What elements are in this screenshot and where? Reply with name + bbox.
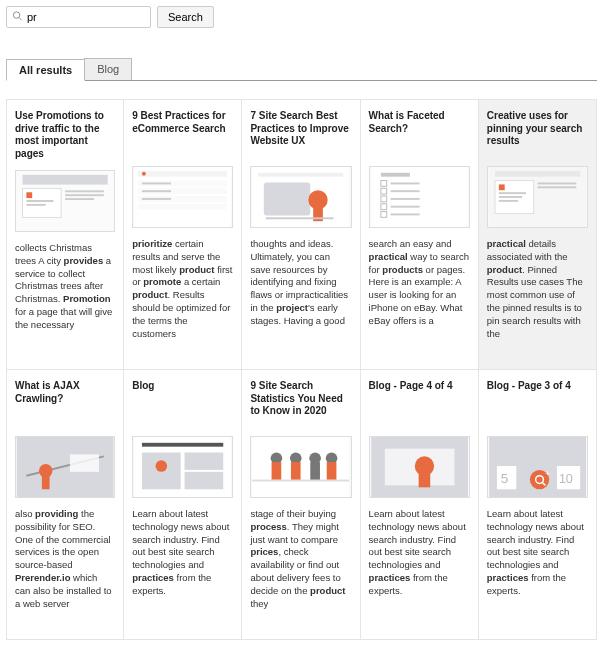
result-snippet: practical details associated with the pr… (487, 238, 588, 341)
svg-rect-47 (537, 186, 576, 188)
svg-rect-60 (253, 480, 350, 482)
svg-point-24 (309, 190, 328, 209)
tab-blog[interactable]: Blog (84, 58, 132, 80)
result-card[interactable]: 9 Best Practices for eCommerce Searchpri… (124, 100, 242, 370)
svg-rect-28 (380, 173, 409, 177)
result-title: 7 Site Search Best Practices to Improve … (250, 110, 351, 156)
svg-rect-8 (65, 190, 104, 192)
result-snippet: search an easy and practical way to sear… (369, 238, 470, 328)
result-title: 9 Best Practices for eCommerce Search (132, 110, 233, 156)
svg-text:+: + (545, 469, 550, 478)
search-button[interactable]: Search (157, 6, 214, 28)
svg-rect-9 (65, 194, 104, 196)
svg-rect-51 (42, 476, 50, 490)
svg-rect-43 (499, 192, 526, 194)
svg-rect-29 (380, 181, 386, 187)
svg-rect-62 (272, 462, 282, 479)
svg-rect-44 (499, 196, 522, 198)
svg-rect-31 (380, 188, 386, 194)
result-snippet: Learn about latest technology news about… (369, 508, 470, 598)
result-snippet: collects Christmas trees A city provides… (15, 242, 115, 332)
result-snippet: Learn about latest technology news about… (132, 508, 233, 598)
svg-rect-20 (142, 198, 171, 200)
svg-point-50 (39, 464, 53, 478)
result-card[interactable]: What is AJAX Crawling?also providing the… (6, 370, 124, 640)
svg-rect-6 (26, 200, 53, 202)
svg-rect-36 (390, 206, 419, 208)
result-snippet: thoughts and ideas. Ultimately, you can … (250, 238, 351, 328)
svg-rect-52 (70, 454, 99, 471)
result-card[interactable]: 7 Site Search Best Practices to Improve … (242, 100, 360, 370)
svg-rect-46 (537, 182, 576, 184)
svg-rect-40 (495, 171, 580, 177)
svg-rect-22 (258, 173, 343, 177)
results-grid: Use Promotions to drive traffic to the m… (6, 99, 597, 640)
svg-text:10: 10 (559, 472, 573, 486)
result-thumbnail (487, 166, 588, 228)
svg-rect-12 (138, 171, 227, 177)
result-thumbnail (250, 166, 351, 228)
svg-rect-34 (390, 198, 419, 200)
svg-rect-10 (65, 198, 94, 200)
result-thumbnail (15, 436, 115, 498)
search-input[interactable] (6, 6, 151, 28)
result-title: 9 Site Search Statistics You Need to Kno… (250, 380, 351, 426)
svg-point-13 (142, 172, 146, 176)
result-title: What is Faceted Search? (369, 110, 470, 156)
svg-rect-35 (380, 204, 386, 210)
search-bar: Search (6, 6, 597, 28)
result-snippet: also providing the possibility for SEO. … (15, 508, 115, 611)
svg-rect-68 (327, 462, 337, 479)
result-title: Creative uses for pinning your search re… (487, 110, 588, 156)
svg-point-56 (156, 460, 168, 472)
svg-rect-23 (264, 182, 310, 215)
result-card[interactable]: Blog - Page 3 of 4510+Learn about latest… (479, 370, 597, 640)
svg-rect-72 (418, 472, 430, 487)
result-title: Use Promotions to drive traffic to the m… (15, 110, 115, 160)
result-thumbnail (369, 436, 470, 498)
result-snippet: prioritize certain results and serve the… (132, 238, 233, 341)
svg-text:5: 5 (501, 471, 509, 486)
svg-rect-7 (26, 204, 45, 206)
result-card[interactable]: BlogLearn about latest technology news a… (124, 370, 242, 640)
svg-rect-45 (499, 200, 518, 202)
svg-rect-32 (390, 190, 419, 192)
svg-rect-66 (311, 462, 321, 479)
result-title: Blog - Page 4 of 4 (369, 380, 470, 426)
result-thumbnail (132, 166, 233, 228)
svg-rect-30 (390, 182, 419, 184)
result-thumbnail: 510+ (487, 436, 588, 498)
result-card[interactable]: Use Promotions to drive traffic to the m… (6, 100, 124, 370)
result-card[interactable]: What is Faceted Search?search an easy an… (361, 100, 479, 370)
svg-rect-26 (266, 217, 334, 219)
svg-rect-3 (23, 175, 108, 185)
svg-rect-5 (26, 192, 32, 198)
svg-rect-42 (499, 184, 505, 190)
result-thumbnail (369, 166, 470, 228)
result-snippet: Learn about latest technology news about… (487, 508, 588, 598)
result-card[interactable]: Blog - Page 4 of 4Learn about latest tec… (361, 370, 479, 640)
result-thumbnail (132, 436, 233, 498)
result-title: Blog (132, 380, 233, 426)
result-thumbnail (15, 170, 115, 232)
svg-rect-57 (185, 452, 224, 469)
svg-rect-64 (291, 462, 301, 479)
svg-rect-38 (390, 213, 419, 215)
result-snippet: stage of their buying process. They migh… (250, 508, 351, 611)
result-card[interactable]: Creative uses for pinning your search re… (479, 100, 597, 370)
result-tabs: All results Blog (6, 58, 597, 81)
result-title: What is AJAX Crawling? (15, 380, 115, 426)
svg-rect-33 (380, 196, 386, 202)
result-thumbnail (250, 436, 351, 498)
svg-rect-54 (142, 443, 223, 447)
result-title: Blog - Page 3 of 4 (487, 380, 588, 426)
result-card[interactable]: 9 Site Search Statistics You Need to Kno… (242, 370, 360, 640)
svg-rect-37 (380, 212, 386, 218)
svg-rect-19 (142, 190, 171, 192)
svg-rect-17 (138, 204, 227, 210)
tab-all-results[interactable]: All results (6, 59, 85, 81)
svg-rect-18 (142, 182, 171, 184)
svg-rect-58 (185, 472, 224, 489)
